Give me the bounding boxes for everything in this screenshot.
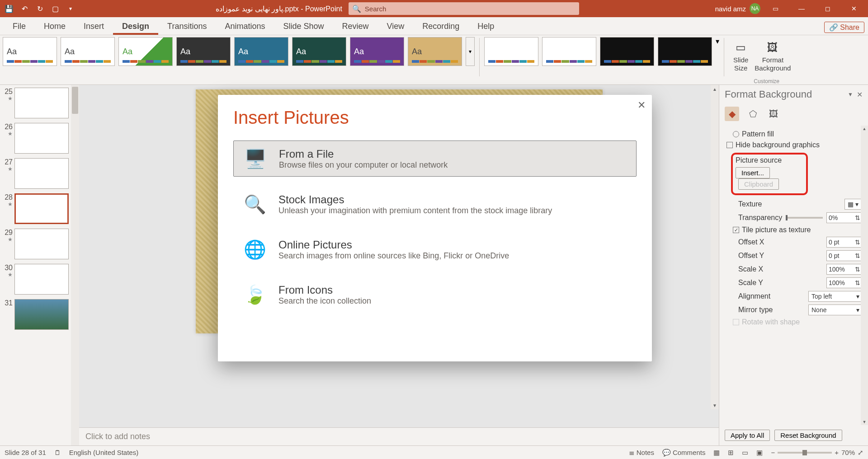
- ribbon-display-options-icon[interactable]: ▭: [764, 0, 787, 17]
- zoom-slider[interactable]: [778, 452, 832, 454]
- zoom-level[interactable]: 70%: [841, 449, 855, 456]
- theme-thumb[interactable]: Aa: [234, 37, 288, 66]
- from-icons-option[interactable]: 🍃 From Icons Search the icon collection: [233, 277, 637, 312]
- tab-recording[interactable]: Recording: [413, 18, 468, 35]
- username-label[interactable]: navid amz: [715, 5, 746, 13]
- divider: [724, 38, 724, 76]
- start-from-beginning-icon[interactable]: ▢: [50, 3, 61, 14]
- tab-transitions[interactable]: Transitions: [158, 18, 216, 35]
- editor-scrollbar[interactable]: ▲ ▼: [711, 85, 719, 409]
- picture-tab-icon[interactable]: 🖼: [766, 107, 781, 121]
- minimize-button[interactable]: —: [790, 0, 813, 17]
- theme-thumb[interactable]: Aa: [3, 37, 57, 66]
- format-background-button[interactable]: 🖼 Format Background: [755, 41, 791, 72]
- theme-thumb[interactable]: Aa: [408, 37, 462, 66]
- hide-bg-option[interactable]: Hide background graphics: [726, 141, 863, 149]
- transparency-input[interactable]: 0%⇅: [826, 212, 863, 223]
- slide-thumbnail[interactable]: 30★: [2, 264, 77, 295]
- theme-thumb[interactable]: Aa: [176, 37, 231, 66]
- spinner-icon: ⇅: [855, 214, 860, 221]
- tab-review[interactable]: Review: [333, 18, 378, 35]
- reset-background-button[interactable]: Reset Background: [774, 430, 842, 441]
- share-button[interactable]: 🔗 Share: [824, 22, 864, 33]
- variant-thumb[interactable]: [542, 37, 596, 66]
- thumbnail-scrollbar[interactable]: [71, 85, 79, 445]
- tab-design[interactable]: Design: [113, 18, 158, 35]
- offset-y-label: Offset Y: [738, 252, 764, 260]
- transparency-label: Transparency: [738, 214, 782, 222]
- scroll-up-icon[interactable]: ▲: [711, 85, 719, 93]
- save-icon[interactable]: 💾: [4, 3, 14, 14]
- reading-view-icon[interactable]: ▭: [742, 449, 748, 457]
- slide-counter[interactable]: Slide 28 of 31: [5, 449, 46, 456]
- theme-thumb[interactable]: Aa: [350, 37, 404, 66]
- dialog-close-button[interactable]: ✕: [637, 99, 646, 111]
- tab-help[interactable]: Help: [468, 18, 503, 35]
- scale-y-input[interactable]: 100%⇅: [826, 277, 863, 288]
- slide-size-button[interactable]: ▭ Slide Size: [733, 41, 748, 72]
- spell-check-icon[interactable]: 🗒: [54, 449, 61, 456]
- scale-x-input[interactable]: 100%⇅: [826, 264, 863, 275]
- transition-star-icon: ★: [8, 166, 13, 172]
- pane-scrollbar[interactable]: ▲▼: [861, 126, 868, 425]
- close-button[interactable]: ✕: [843, 0, 865, 17]
- slide-thumbnail[interactable]: 28★: [2, 193, 77, 224]
- scroll-down-icon[interactable]: ▼: [711, 401, 719, 409]
- variants-more-button[interactable]: ▾: [716, 37, 719, 46]
- fill-tab-icon[interactable]: ◆: [725, 107, 739, 121]
- texture-picker[interactable]: ▦ ▾: [844, 199, 863, 210]
- qat-more-icon[interactable]: ▾: [65, 3, 76, 14]
- online-desc: Search images from online sources like B…: [278, 251, 509, 261]
- slide-thumbnail[interactable]: 31: [2, 299, 77, 330]
- from-a-file-option[interactable]: 🖥️ From a File Browse files on your comp…: [233, 141, 637, 177]
- variant-thumb[interactable]: [658, 37, 712, 66]
- transparency-slider[interactable]: [786, 217, 823, 219]
- themes-more-button[interactable]: ▾: [466, 37, 475, 66]
- slideshow-view-icon[interactable]: ▣: [756, 449, 763, 457]
- tab-animations[interactable]: Animations: [216, 18, 274, 35]
- document-title: پاور نهایی نوید عموزاده.pptx - PowerPoin…: [216, 5, 342, 13]
- effects-tab-icon[interactable]: ⬠: [745, 107, 760, 121]
- comments-button[interactable]: 💬Comments: [662, 449, 706, 457]
- online-pictures-option[interactable]: 🌐 Online Pictures Search images from onl…: [233, 232, 637, 267]
- tab-view[interactable]: View: [378, 18, 414, 35]
- checkbox-disabled-icon: [733, 319, 739, 325]
- redo-icon[interactable]: ↻: [34, 3, 45, 14]
- pane-close-button[interactable]: ✕: [857, 90, 863, 99]
- tile-option[interactable]: ✓ Tile picture as texture: [733, 226, 863, 234]
- undo-icon[interactable]: ↶: [19, 3, 30, 14]
- slide-thumbnail[interactable]: 25★: [2, 88, 77, 118]
- maximize-button[interactable]: ◻: [816, 0, 839, 17]
- theme-thumb[interactable]: Aa: [61, 37, 115, 66]
- theme-thumb[interactable]: Aa: [292, 37, 346, 66]
- slide-thumbnail[interactable]: 27★: [2, 158, 77, 189]
- notes-button[interactable]: ≣Notes: [629, 449, 654, 457]
- theme-thumb[interactable]: Aa: [118, 37, 173, 66]
- normal-view-icon[interactable]: ▦: [713, 449, 720, 457]
- offset-y-input[interactable]: 0 pt⇅: [826, 250, 863, 261]
- insert-picture-button[interactable]: Insert...: [736, 167, 770, 178]
- tab-insert[interactable]: Insert: [75, 18, 113, 35]
- offset-x-input[interactable]: 0 pt⇅: [826, 237, 863, 248]
- variant-thumb[interactable]: [484, 37, 538, 66]
- zoom-in-button[interactable]: +: [835, 449, 839, 456]
- stock-images-option[interactable]: 🔍 Stock Images Unleash your imagination …: [233, 187, 637, 222]
- search-input[interactable]: 🔍 Search: [349, 2, 579, 15]
- slide-sorter-view-icon[interactable]: ⊞: [728, 449, 734, 457]
- mirror-combo[interactable]: None▾: [808, 304, 863, 315]
- tab-home[interactable]: Home: [35, 18, 75, 35]
- apply-to-all-button[interactable]: Apply to All: [725, 430, 770, 441]
- tab-file[interactable]: File: [4, 18, 35, 35]
- notes-pane[interactable]: Click to add notes: [79, 427, 719, 445]
- user-avatar[interactable]: NA: [750, 3, 760, 14]
- alignment-combo[interactable]: Top left▾: [808, 291, 863, 302]
- pane-dropdown-icon[interactable]: ▼: [848, 91, 853, 98]
- zoom-out-button[interactable]: −: [771, 449, 775, 456]
- pattern-fill-option[interactable]: Pattern fill: [733, 130, 863, 138]
- language-label[interactable]: English (United States): [69, 449, 138, 456]
- slide-thumbnail[interactable]: 26★: [2, 123, 77, 154]
- fit-to-window-icon[interactable]: ⤢: [858, 449, 863, 457]
- tab-slideshow[interactable]: Slide Show: [274, 18, 333, 35]
- slide-thumbnail[interactable]: 29★: [2, 229, 77, 259]
- variant-thumb[interactable]: [600, 37, 654, 66]
